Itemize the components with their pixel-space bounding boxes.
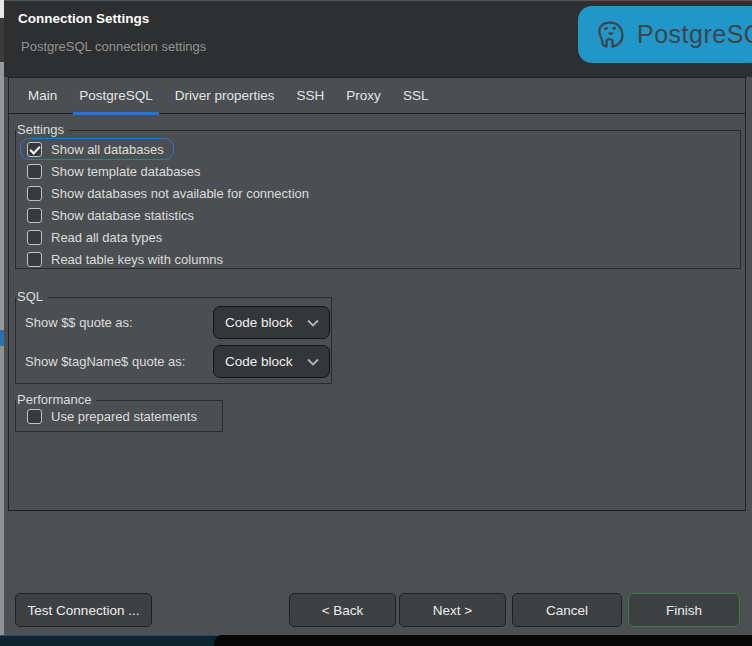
row-show-database-statistics[interactable]: Show database statistics (20, 204, 204, 226)
tab-proxy[interactable]: Proxy (335, 78, 392, 114)
chevron-down-icon (307, 319, 319, 327)
checkbox-label: Show template databases (51, 164, 201, 179)
cancel-button[interactable]: Cancel (512, 593, 622, 627)
postgresql-logo-text: PostgreSQL (637, 20, 752, 49)
next-button[interactable]: Next > (399, 593, 506, 627)
sql-group: SQL Show $$ quote as: Code block Show $t… (15, 297, 332, 384)
sql-group-legend: SQL (16, 289, 48, 305)
tab-postgresql[interactable]: PostgreSQL (68, 78, 164, 114)
postgresql-elephant-icon (593, 17, 629, 53)
settings-checkbox-list: Show all databases Show template databas… (20, 138, 319, 270)
show-databases-not-available-checkbox[interactable] (27, 186, 42, 201)
use-prepared-statements-checkbox[interactable] (27, 409, 42, 424)
page-subtitle: PostgreSQL connection settings (21, 39, 206, 54)
postgresql-logo-badge: PostgreSQL (578, 6, 752, 63)
performance-group: Performance Use prepared statements (15, 400, 223, 432)
screen: Connection Settings PostgreSQL connectio… (0, 0, 752, 646)
checkbox-label: Show all databases (51, 142, 164, 157)
back-button[interactable]: < Back (289, 593, 396, 627)
checkbox-label: Read all data types (51, 230, 162, 245)
connection-settings-dialog: Connection Settings PostgreSQL connectio… (4, 0, 752, 635)
tagname-quote-select[interactable]: Code block (213, 345, 330, 378)
chevron-down-icon (307, 358, 319, 366)
performance-checkbox-list: Use prepared statements (20, 405, 207, 427)
show-template-databases-checkbox[interactable] (27, 164, 42, 179)
checkbox-label: Show databases not available for connect… (51, 186, 309, 201)
dialog-header: Connection Settings PostgreSQL connectio… (4, 1, 752, 77)
row-read-all-data-types[interactable]: Read all data types (20, 226, 172, 248)
tab-ssl[interactable]: SSL (392, 78, 440, 114)
checkbox-label: Show database statistics (51, 208, 194, 223)
tab-ssh[interactable]: SSH (286, 78, 336, 114)
show-database-statistics-checkbox[interactable] (27, 208, 42, 223)
settings-tab-panel: Main PostgreSQL Driver properties SSH Pr… (8, 77, 746, 511)
row-use-prepared-statements[interactable]: Use prepared statements (20, 405, 207, 427)
checkbox-label: Use prepared statements (51, 409, 197, 424)
dollar-quote-label: Show $$ quote as: (25, 315, 133, 330)
dollar-quote-select[interactable]: Code block (213, 306, 330, 339)
read-table-keys-checkbox[interactable] (27, 252, 42, 267)
row-show-databases-not-available[interactable]: Show databases not available for connect… (20, 182, 319, 204)
show-all-databases-checkbox[interactable] (27, 142, 42, 157)
tagname-quote-value: Code block (225, 354, 293, 369)
test-connection-button[interactable]: Test Connection ... (15, 593, 152, 627)
read-all-data-types-checkbox[interactable] (27, 230, 42, 245)
row-show-all-databases[interactable]: Show all databases (20, 138, 174, 160)
checkbox-label: Read table keys with columns (51, 252, 223, 267)
page-title: Connection Settings (18, 11, 149, 26)
dollar-quote-value: Code block (225, 315, 293, 330)
row-show-template-databases[interactable]: Show template databases (20, 160, 211, 182)
row-read-table-keys[interactable]: Read table keys with columns (20, 248, 233, 270)
tab-main[interactable]: Main (17, 78, 68, 114)
finish-button[interactable]: Finish (628, 593, 740, 627)
settings-group-legend: Settings (16, 122, 69, 138)
tab-bar: Main PostgreSQL Driver properties SSH Pr… (9, 78, 745, 114)
tab-driver-properties[interactable]: Driver properties (164, 78, 286, 114)
tagname-quote-label: Show $tagName$ quote as: (25, 354, 185, 369)
background-window-bottom-corner (214, 634, 752, 646)
settings-group: Settings Show all databases Show templat… (15, 130, 741, 269)
